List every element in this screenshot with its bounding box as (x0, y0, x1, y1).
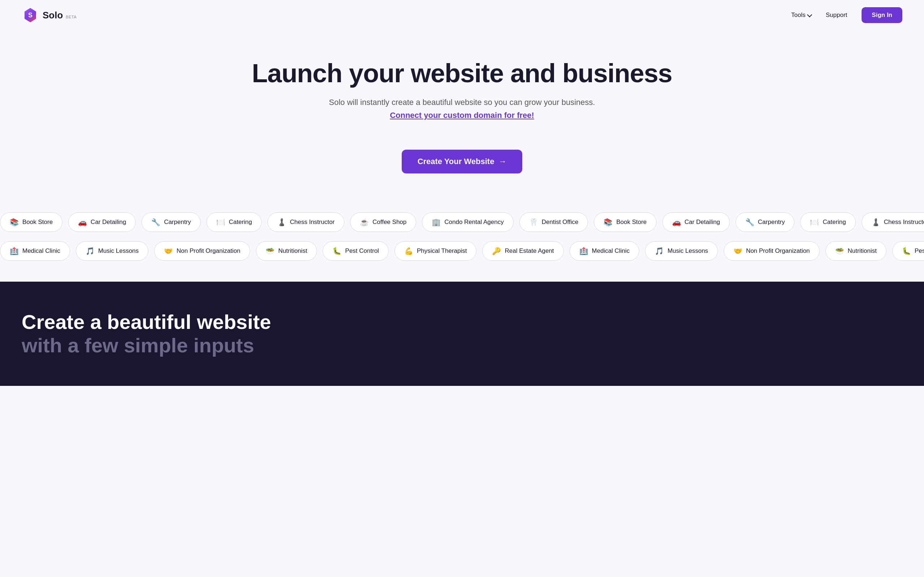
category-label: Pest Control (914, 247, 924, 255)
category-label: Carpentry (164, 219, 191, 226)
category-icon: ♟️ (871, 218, 880, 226)
list-item[interactable]: 🔧Carpentry (142, 213, 201, 232)
create-website-button[interactable]: Create Your Website → (402, 150, 523, 174)
category-icon: 🐛 (902, 247, 911, 255)
list-item[interactable]: 🤝Non Profit Organization (724, 241, 820, 261)
list-item[interactable]: 🚗Car Detailing (68, 213, 136, 232)
arrow-icon: → (498, 157, 506, 166)
category-label: Non Profit Organization (176, 247, 241, 255)
list-item[interactable]: 🍽️Catering (800, 213, 855, 232)
category-icon: 🦷 (529, 218, 538, 226)
category-icon: 🏢 (432, 218, 441, 226)
category-icon: 🥗 (835, 247, 844, 255)
list-item[interactable]: 🥗Nutritionist (825, 241, 887, 261)
main-nav: Tools Support Sign In (791, 7, 902, 23)
tools-label: Tools (791, 11, 806, 19)
category-label: Chess Instructor (884, 219, 924, 226)
category-label: Physical Therapist (417, 247, 467, 255)
svg-text:S: S (28, 11, 32, 19)
category-icon: 🍽️ (810, 218, 819, 226)
tags-row-2: 🏥Medical Clinic🎵Music Lessons🤝Non Profit… (0, 239, 924, 264)
hero-subtitle: Solo will instantly create a beautiful w… (7, 98, 917, 107)
category-label: Condo Rental Agency (444, 219, 504, 226)
category-label: Nutritionist (848, 247, 877, 255)
category-icon: 🏥 (579, 247, 588, 255)
logo-text: Solo (43, 10, 63, 20)
category-icon: 📚 (604, 218, 612, 226)
category-icon: 🎵 (655, 247, 664, 255)
category-label: Pest Control (345, 247, 379, 255)
list-item[interactable]: 🥗Nutritionist (256, 241, 317, 261)
category-icon: ♟️ (277, 218, 286, 226)
list-item[interactable]: 🔑Real Estate Agent (482, 241, 564, 261)
hero-section: Launch your website and business Solo wi… (0, 30, 924, 195)
category-icon: 🚗 (672, 218, 681, 226)
category-icon: 🎵 (86, 247, 95, 255)
category-label: Music Lessons (98, 247, 139, 255)
beta-badge: BETA (66, 15, 76, 19)
category-icon: 🤝 (164, 247, 173, 255)
category-icon: 🔧 (745, 218, 754, 226)
category-label: Catering (229, 219, 252, 226)
category-label: Dentist Office (542, 219, 578, 226)
list-item[interactable]: 🏢Condo Rental Agency (422, 213, 513, 232)
chevron-down-icon (807, 12, 812, 17)
category-icon: 💪 (404, 247, 413, 255)
list-item[interactable]: 🍽️Catering (207, 213, 262, 232)
category-icon: 🔧 (151, 218, 160, 226)
category-label: Nutritionist (278, 247, 307, 255)
dark-section-title: Create a beautiful website (22, 311, 902, 334)
category-icon: 🍽️ (216, 218, 225, 226)
list-item[interactable]: 📚Book Store (594, 213, 656, 232)
logo-area: S Solo BETA (22, 6, 76, 24)
category-label: Book Store (616, 219, 646, 226)
tools-menu[interactable]: Tools (791, 11, 811, 19)
custom-domain-link[interactable]: Connect your custom domain for free! (7, 111, 917, 120)
list-item[interactable]: ♟️Chess Instructor (267, 213, 344, 232)
list-item[interactable]: 🏥Medical Clinic (0, 241, 70, 261)
list-item[interactable]: ☕Coffee Shop (350, 213, 416, 232)
category-icon: 🚗 (78, 218, 87, 226)
category-label: Book Store (23, 219, 53, 226)
category-icon: 🐛 (333, 247, 341, 255)
hero-title: Launch your website and business (7, 59, 917, 88)
list-item[interactable]: 🎵Music Lessons (76, 241, 149, 261)
category-label: Catering (822, 219, 846, 226)
category-label: Music Lessons (667, 247, 708, 255)
category-icon: 🥗 (266, 247, 275, 255)
header: S Solo BETA Tools Support Sign In (0, 0, 924, 30)
category-icon: 🏥 (10, 247, 19, 255)
category-label: Medical Clinic (592, 247, 630, 255)
list-item[interactable]: 🚗Car Detailing (662, 213, 730, 232)
dark-section-subtitle: with a few simple inputs (22, 334, 902, 357)
category-label: Coffee Shop (373, 219, 406, 226)
list-item[interactable]: 🏥Medical Clinic (570, 241, 640, 261)
solo-logo-icon: S (22, 6, 39, 24)
support-link[interactable]: Support (826, 11, 848, 19)
category-icon: 🤝 (733, 247, 743, 255)
list-item[interactable]: 🤝Non Profit Organization (154, 241, 250, 261)
tags-row-1: 📚Book Store🚗Car Detailing🔧Carpentry🍽️Cat… (0, 210, 924, 235)
list-item[interactable]: 📚Book Store (0, 213, 63, 232)
category-label: Chess Instructor (290, 219, 334, 226)
list-item[interactable]: ♟️Chess Instructor (861, 213, 924, 232)
list-item[interactable]: 🦷Dentist Office (519, 213, 588, 232)
cta-label: Create Your Website (418, 157, 494, 166)
category-label: Car Detailing (90, 219, 126, 226)
sign-in-button[interactable]: Sign In (861, 7, 902, 23)
list-item[interactable]: 🎵Music Lessons (645, 241, 717, 261)
category-label: Non Profit Organization (746, 247, 810, 255)
category-icon: 🔑 (492, 247, 501, 255)
category-icon: ☕ (360, 218, 369, 226)
list-item[interactable]: 🔧Carpentry (736, 213, 795, 232)
category-label: Real Estate Agent (505, 247, 554, 255)
category-icon: 📚 (10, 218, 19, 226)
list-item[interactable]: 🐛Pest Control (323, 241, 389, 261)
category-label: Carpentry (758, 219, 785, 226)
dark-section: Create a beautiful website with a few si… (0, 282, 924, 386)
list-item[interactable]: 🐛Pest Control (892, 241, 924, 261)
category-label: Car Detailing (685, 219, 720, 226)
tags-section: 📚Book Store🚗Car Detailing🔧Carpentry🍽️Cat… (0, 195, 924, 271)
category-label: Medical Clinic (23, 247, 60, 255)
list-item[interactable]: 💪Physical Therapist (394, 241, 477, 261)
